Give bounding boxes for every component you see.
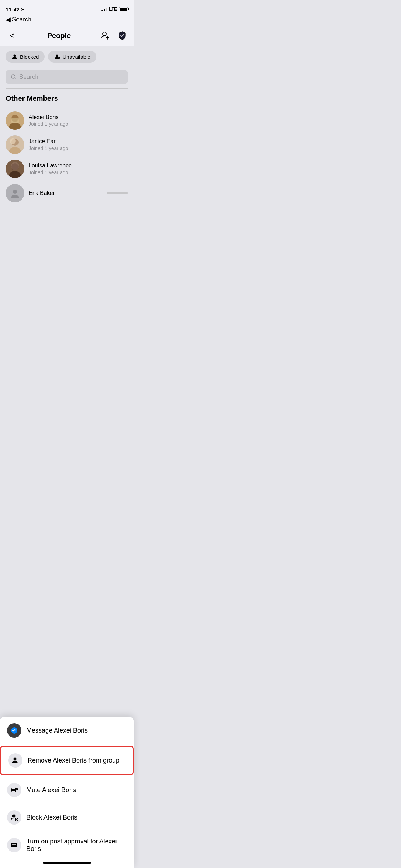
member-item[interactable]: Louisa Lawrence Joined 1 year ago [6,157,128,181]
status-bar: 11:47 ➤ LTE [0,0,134,16]
add-person-button[interactable] [99,30,111,41]
member-name: Erik Baker [29,190,102,196]
unavailable-label: Unavailable [62,54,90,60]
search-placeholder: Search [19,73,38,81]
svg-point-21 [11,195,19,198]
svg-point-15 [10,138,16,144]
add-person-icon [100,31,110,41]
search-bar[interactable]: Search [6,70,128,84]
avatar-janice [6,135,24,154]
unavailable-icon [54,53,60,60]
search-icon [11,74,16,80]
svg-line-7 [15,78,16,79]
member-name: Alexei Boris [29,114,128,120]
blocked-filter[interactable]: Blocked [6,51,45,63]
svg-point-4 [56,55,58,57]
shield-icon [117,31,127,41]
status-right: LTE [101,7,128,12]
member-info-erik: Erik Baker [29,190,102,196]
back-arrow-icon: ◀ [6,16,11,24]
back-button[interactable]: < [6,29,19,42]
member-joined: Joined 1 year ago [29,121,128,127]
svg-point-0 [103,32,106,36]
member-joined: Joined 1 year ago [29,170,128,175]
avatar-erik [6,184,24,202]
location-icon: ➤ [21,7,24,12]
chevron-left-icon: < [10,31,15,41]
shield-button[interactable] [117,30,128,41]
member-name: Louisa Lawrence [29,162,128,169]
back-label: Search [12,16,31,23]
signal-bars [101,7,107,11]
page-header: < People [0,26,134,46]
member-info-alexei: Alexei Boris Joined 1 year ago [29,114,128,127]
search-section: Search [0,67,134,88]
filter-section: Blocked Unavailable [0,46,134,67]
blocked-label: Blocked [20,54,39,60]
svg-point-20 [13,190,17,194]
unavailable-filter[interactable]: Unavailable [48,51,96,63]
blocked-icon [11,53,18,60]
nav-back[interactable]: ◀ Search [0,16,134,26]
lte-label: LTE [109,7,117,12]
svg-point-3 [14,55,16,57]
status-time: 11:47 ➤ [6,6,24,12]
member-item[interactable]: Alexei Boris Joined 1 year ago [6,108,128,133]
page-title: People [47,32,71,40]
avatar-louisa [6,160,24,178]
scroll-indicator [107,192,128,194]
member-name: Janice Earl [29,138,128,145]
section-title: Other Members [6,94,128,103]
members-section: Other Members Alexei Boris Joined 1 year… [0,89,134,202]
header-actions [99,30,128,41]
member-info-louisa: Louisa Lawrence Joined 1 year ago [29,162,128,175]
svg-rect-11 [11,118,19,123]
svg-point-19 [11,162,19,170]
member-item[interactable]: Janice Earl Joined 1 year ago [6,133,128,157]
member-item[interactable]: Erik Baker [6,181,128,202]
battery-icon [119,7,128,11]
member-joined: Joined 1 year ago [29,145,128,151]
member-info-janice: Janice Earl Joined 1 year ago [29,138,128,151]
avatar-alexei [6,111,24,130]
